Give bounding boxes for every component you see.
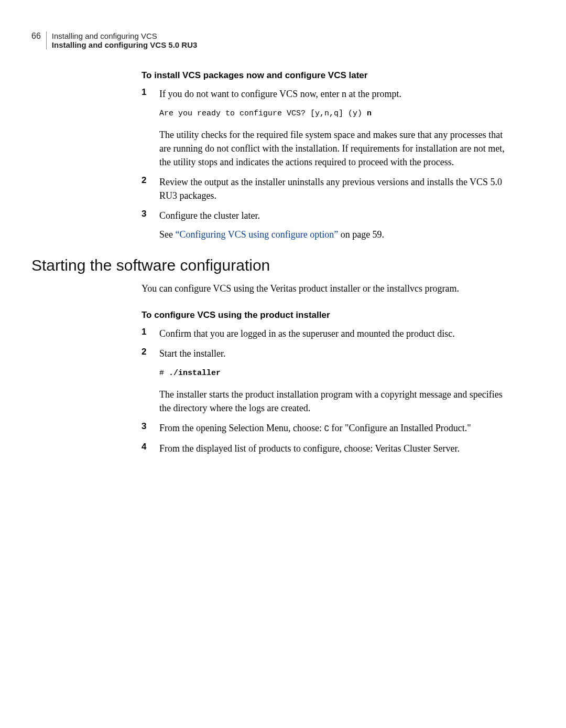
xref-pre: See (159, 229, 176, 240)
header-rule: Installing and configuring VCS Installin… (46, 31, 198, 49)
code-bold: n (367, 109, 372, 118)
step-text: From the opening Selection Menu, choose:… (159, 421, 471, 435)
step-text: Confirm that you are logged in as the su… (159, 327, 455, 340)
code-block: Are you ready to configure VCS? [y,n,q] … (159, 108, 514, 120)
step-post: for "Configure an Installed Product." (329, 423, 471, 433)
step-row: 2 Start the installer. # ./installer The… (142, 347, 514, 415)
procedure-title: To install VCS packages now and configur… (142, 70, 514, 81)
xref-post: on page 59. (338, 229, 384, 240)
step-after: The utility checks for the required file… (159, 128, 514, 169)
step-xref: See “Configuring VCS using configure opt… (159, 228, 384, 241)
step-row: 3 From the opening Selection Menu, choos… (142, 421, 514, 435)
step-text: Review the output as the installer unins… (159, 175, 514, 202)
step-number: 1 (142, 327, 159, 340)
section-heading: Starting the software configuration (31, 256, 514, 274)
step-number: 1 (142, 87, 159, 169)
step-row: 4 From the displayed list of products to… (142, 442, 514, 455)
step-row: 2 Review the output as the installer uni… (142, 175, 514, 202)
step-number: 2 (142, 347, 159, 415)
step-number: 2 (142, 175, 159, 202)
step-row: 3 Configure the cluster later. See “Conf… (142, 209, 514, 241)
code-inline: C (324, 424, 329, 434)
header-chapter: Installing and configuring VCS (52, 31, 198, 40)
code-block: # ./installer (159, 368, 514, 379)
step-number: 4 (142, 442, 159, 455)
step-row: 1 If you do not want to configure VCS no… (142, 87, 514, 169)
intro-paragraph: You can configure VCS using the Veritas … (142, 282, 514, 295)
step-text: Configure the cluster later. (159, 209, 384, 222)
step-pre: From the opening Selection Menu, choose: (159, 423, 324, 433)
xref-link[interactable]: “Configuring VCS using configure option” (176, 229, 339, 240)
code-bold: ./installer (169, 369, 221, 378)
code-plain: Are you ready to configure VCS? [y,n,q] … (159, 109, 367, 118)
page-header: 66 Installing and configuring VCS Instal… (31, 31, 514, 49)
step-after: The installer starts the product install… (159, 388, 514, 415)
header-section: Installing and configuring VCS 5.0 RU3 (52, 40, 198, 49)
step-text: Start the installer. (159, 347, 514, 360)
procedure-title: To configure VCS using the product insta… (142, 310, 514, 320)
step-text: From the displayed list of products to c… (159, 442, 460, 455)
step-text: If you do not want to configure VCS now,… (159, 87, 514, 101)
code-plain: # (159, 369, 169, 378)
step-row: 1 Confirm that you are logged in as the … (142, 327, 514, 340)
step-number: 3 (142, 209, 159, 241)
page-number: 66 (31, 31, 41, 41)
step-number: 3 (142, 421, 159, 435)
